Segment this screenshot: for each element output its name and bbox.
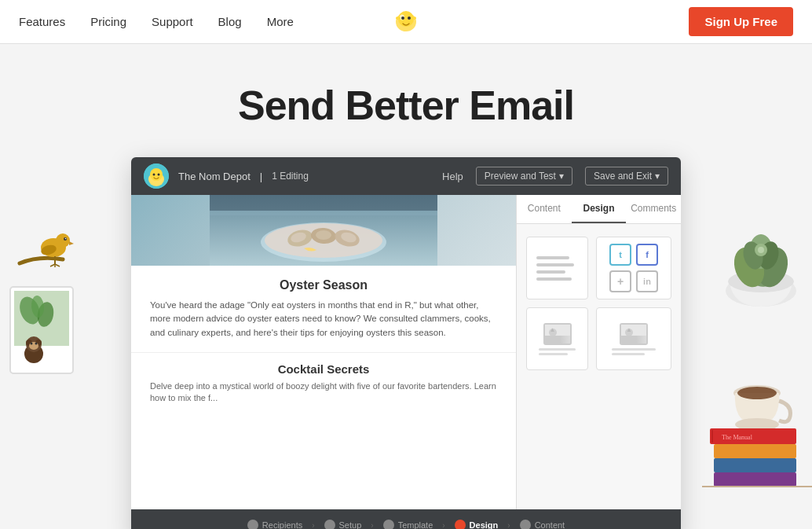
svg-point-3 (401, 17, 404, 20)
content-area: The Nom Depot | 1 Editing Help Preview a… (0, 157, 812, 529)
svg-point-57 (758, 247, 764, 253)
tab-content[interactable]: Content (517, 195, 572, 223)
food-image-inner (210, 195, 437, 266)
plant-decoration (710, 189, 804, 318)
image-placeholder-1 (527, 308, 587, 369)
svg-rect-46 (621, 325, 648, 345)
editor-save-button[interactable]: Save and Exit ▾ (585, 167, 668, 186)
editor-brand-name: The Nom Depot (178, 171, 251, 182)
step-recipients[interactable]: Recipients (241, 520, 309, 529)
article1-title: Oyster Season (150, 278, 497, 292)
deco-right: The Manual (678, 157, 812, 487)
svg-point-4 (408, 17, 411, 20)
step-design-indicator (455, 520, 466, 529)
googleplus-icon: + (609, 270, 631, 292)
text-block-card[interactable] (526, 237, 588, 299)
tab-comments[interactable]: Comments (626, 195, 681, 223)
editor-mockup: The Nom Depot | 1 Editing Help Preview a… (131, 157, 681, 529)
text-block-preview (527, 247, 587, 290)
svg-rect-43 (210, 211, 437, 215)
nav-more[interactable]: More (267, 15, 294, 28)
svg-point-5 (396, 17, 401, 20)
text-line-1 (536, 256, 569, 259)
editor-topbar: The Nom Depot | 1 Editing Help Preview a… (131, 157, 681, 195)
nav-links: Features Pricing Support Blog More (19, 15, 294, 28)
editor-design-sidebar: Content Design Comments (516, 195, 681, 509)
signup-button[interactable]: Sign Up Free (689, 7, 793, 36)
step-template[interactable]: Template (377, 520, 440, 529)
twitter-icon: t (609, 244, 631, 266)
nav-pricing[interactable]: Pricing (90, 15, 126, 28)
step-setup[interactable]: Setup (318, 520, 368, 529)
image-block-card-1[interactable] (526, 307, 588, 370)
step-arrow-3: › (442, 521, 444, 530)
step-design[interactable]: Design (448, 520, 505, 529)
image-icon-2 (620, 323, 648, 345)
svg-rect-62 (711, 430, 713, 443)
svg-rect-67 (702, 486, 812, 487)
block-cards-grid: t f + in (517, 224, 681, 383)
svg-point-45 (549, 329, 557, 336)
svg-point-32 (158, 174, 160, 176)
editor-separator: | (260, 171, 262, 182)
step-setup-indicator (324, 520, 335, 529)
step-content[interactable]: Content (514, 520, 572, 529)
svg-line-13 (50, 264, 55, 266)
img-line-3 (612, 348, 656, 351)
tab-design[interactable]: Design (572, 195, 627, 223)
img-line-1 (539, 348, 575, 351)
svg-point-60 (737, 387, 777, 399)
image-icon-1 (543, 323, 572, 345)
svg-point-8 (56, 233, 70, 248)
editor-help-link[interactable]: Help (442, 171, 463, 182)
svg-point-6 (411, 17, 416, 20)
sidebar-tabs: Content Design Comments (517, 195, 681, 224)
step-content-indicator (520, 520, 531, 529)
bird-decoration (16, 204, 79, 278)
img-line-4 (612, 353, 645, 355)
step-arrow-4: › (507, 521, 510, 530)
svg-point-47 (625, 329, 633, 336)
svg-point-39 (316, 230, 331, 240)
linkedin-icon: in (636, 270, 658, 292)
article1-body: You've heard the adage "Only eat oysters… (150, 299, 497, 340)
editor-preview-button[interactable]: Preview and Test ▾ (476, 167, 572, 186)
svg-point-27 (35, 343, 38, 345)
image-text-lines-1 (539, 348, 575, 355)
editor-avatar (144, 163, 169, 189)
page-title: Send Better Email (0, 82, 812, 129)
svg-point-31 (153, 174, 155, 176)
article2-title: Cocktail Secrets (150, 362, 497, 376)
article2-section: Cocktail Secrets Delve deep into a mysti… (131, 352, 516, 414)
editor-body: Oyster Season You've heard the adage "On… (131, 195, 681, 509)
svg-text:The Manual: The Manual (722, 434, 753, 441)
nav-blog[interactable]: Blog (218, 15, 242, 28)
step-setup-label: Setup (339, 520, 362, 529)
svg-point-26 (31, 343, 33, 345)
text-line-3 (536, 270, 565, 274)
step-content-label: Content (535, 520, 565, 529)
image-text-lines-2 (612, 348, 656, 355)
editor-topbar-right: Help Preview and Test ▾ Save and Exit ▾ (442, 167, 668, 186)
hero-section: Send Better Email (0, 44, 812, 157)
nav-features[interactable]: Features (19, 15, 65, 28)
social-block-card[interactable]: t f + in (596, 237, 671, 299)
step-recipients-indicator (247, 520, 258, 529)
editor-content-panel: Oyster Season You've heard the adage "On… (131, 195, 516, 509)
social-block-preview: t f + in (597, 231, 671, 305)
editor-editing-label: 1 Editing (272, 171, 309, 182)
step-arrow-1: › (312, 521, 314, 530)
svg-rect-44 (545, 325, 572, 345)
nav-support[interactable]: Support (152, 15, 193, 28)
editor-bottombar: Recipients › Setup › Template › Design ›… (131, 509, 681, 529)
article1-section: Oyster Season You've heard the adage "On… (131, 266, 516, 352)
logo[interactable] (392, 6, 420, 38)
step-template-indicator (383, 520, 394, 529)
editor-topbar-left: The Nom Depot | 1 Editing (144, 163, 309, 189)
navbar: Features Pricing Support Blog More Sign … (0, 0, 812, 44)
svg-point-11 (65, 238, 67, 240)
img-line-2 (539, 353, 568, 355)
article2-body: Delve deep into a mystical world of booz… (150, 380, 497, 405)
svg-line-15 (55, 264, 60, 266)
image-block-card-2[interactable] (596, 307, 671, 370)
